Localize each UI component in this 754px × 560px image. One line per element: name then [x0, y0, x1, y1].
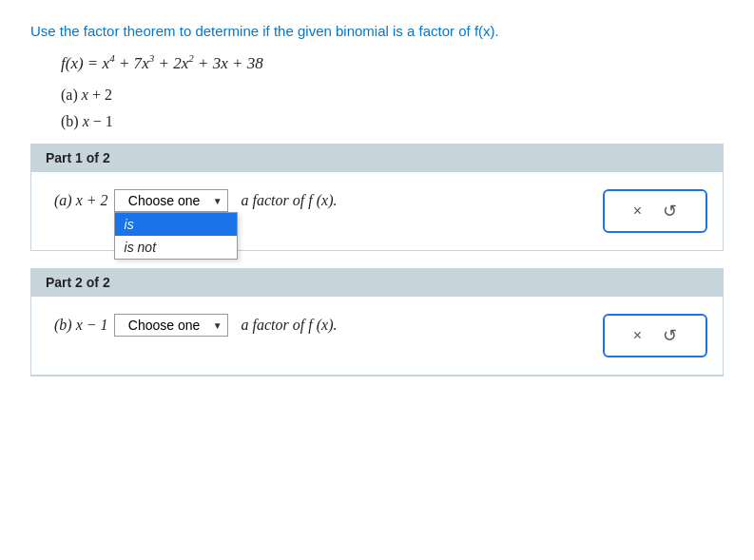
part2-answer-box: × ↺ — [603, 314, 707, 357]
part2-body: (b) x − 1 Choose one ▼ a factor of f (x)… — [30, 297, 724, 376]
part2-close-icon[interactable]: × — [633, 327, 642, 344]
instruction-text: Use the factor theorem to determine if t… — [30, 23, 724, 39]
part1-factor-text: a factor of f (x). — [238, 192, 338, 209]
part1-dropdown-button[interactable]: Choose one ▼ — [114, 189, 228, 212]
part2-dropdown-selected: Choose one — [128, 318, 201, 333]
part2-undo-icon[interactable]: ↺ — [663, 325, 677, 346]
part1-expr-label: (a) x + 2 — [54, 192, 108, 209]
part-a-label: (a) x + 2 — [61, 87, 724, 104]
part1-option-is-not[interactable]: is not — [115, 236, 237, 259]
part2-expression: (b) x − 1 Choose one ▼ a factor of f (x)… — [54, 314, 337, 337]
part2-dropdown-wrapper: Choose one ▼ — [114, 314, 228, 337]
part1-option-is[interactable]: is — [115, 213, 237, 236]
function-definition: f(x) = x4 + 7x3 + 2x2 + 3x + 38 — [61, 52, 724, 73]
part1-dropdown-menu: is is not — [114, 212, 238, 260]
part2-expr-label: (b) x − 1 — [54, 317, 108, 334]
part2-dropdown-arrow: ▼ — [213, 319, 222, 330]
part1-undo-icon[interactable]: ↺ — [663, 201, 677, 222]
part1-answer-box: × ↺ — [603, 189, 707, 233]
part1-header: Part 1 of 2 — [30, 144, 724, 172]
bottom-divider — [30, 376, 724, 377]
part-b-label: (b) x − 1 — [61, 113, 724, 130]
part1-expression: (a) x + 2 Choose one ▼ is is not a facto… — [54, 189, 337, 212]
part1-dropdown-wrapper: Choose one ▼ is is not — [114, 189, 228, 212]
part1-dropdown-selected: Choose one — [128, 193, 201, 208]
part1-dropdown-arrow: ▼ — [213, 195, 222, 205]
page-container: Use the factor theorem to determine if t… — [0, 0, 754, 560]
part2-factor-text: a factor of f (x). — [238, 317, 338, 334]
part2-header: Part 2 of 2 — [30, 268, 724, 297]
part2-dropdown-button[interactable]: Choose one ▼ — [114, 314, 228, 337]
part1-body: (a) x + 2 Choose one ▼ is is not a facto… — [30, 172, 724, 251]
part1-close-icon[interactable]: × — [633, 203, 642, 220]
